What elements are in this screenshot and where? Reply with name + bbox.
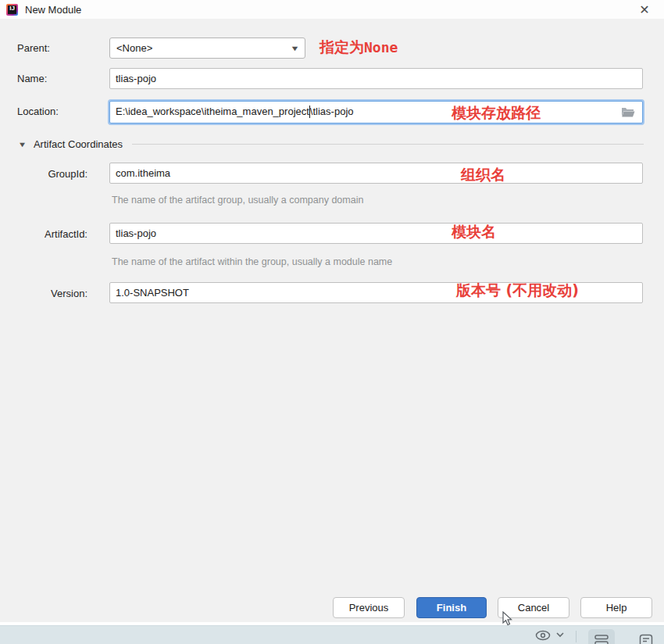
eye-icon[interactable] — [534, 629, 552, 642]
triangle-down-icon: ▼ — [18, 141, 27, 148]
location-input-value: E:\idea_workspace\itheima_maven_project\… — [116, 106, 354, 120]
artifactid-input-value: tlias-pojo — [116, 227, 156, 239]
location-label: Location: — [17, 106, 59, 117]
parent-annotation: 指定为None — [320, 38, 398, 58]
artifactid-input[interactable]: tlias-pojo — [109, 223, 643, 244]
name-input-value: tlias-pojo — [116, 73, 156, 84]
notifications-icon[interactable] — [633, 629, 659, 644]
close-icon[interactable]: ✕ — [636, 2, 653, 17]
version-label: Version: — [0, 288, 87, 299]
help-button[interactable]: Help — [580, 597, 652, 618]
version-annotation: 版本号 (不用改动) — [456, 281, 579, 301]
groupid-annotation: 组织名 — [461, 165, 505, 185]
chevron-down-icon: ▼ — [290, 45, 299, 52]
mouse-cursor — [501, 611, 513, 627]
location-input[interactable]: E:\idea_workspace\itheima_maven_project\… — [109, 101, 643, 123]
finish-button[interactable]: Finish — [416, 597, 487, 618]
groupid-label: GroupId: — [0, 168, 87, 180]
dialog-titlebar: IJ New Module ✕ — [0, 0, 664, 19]
section-divider — [132, 144, 644, 145]
parent-select-value: <None> — [116, 42, 152, 54]
location-annotation: 模块存放路径 — [452, 103, 541, 123]
chevron-down-icon[interactable] — [556, 631, 564, 638]
groupid-hint: The name of the artifact group, usually … — [112, 195, 363, 206]
browse-folder-icon[interactable] — [621, 106, 635, 118]
groupid-input[interactable]: com.itheima — [109, 163, 643, 184]
ide-status-strip — [0, 625, 664, 644]
groupid-input-value: com.itheima — [116, 167, 170, 179]
dialog-title: New Module — [25, 4, 81, 16]
previous-button[interactable]: Previous — [333, 597, 405, 618]
parent-label: Parent: — [17, 42, 50, 54]
artifactid-annotation: 模块名 — [452, 222, 496, 242]
artifact-coordinates-section-toggle[interactable]: ▼ Artifact Coordinates — [19, 138, 644, 150]
status-strip-divider — [576, 631, 577, 642]
artifact-coordinates-title: Artifact Coordinates — [34, 138, 123, 150]
parent-select[interactable]: <None> ▼ — [109, 38, 305, 59]
version-input-value: 1.0-SNAPSHOT — [116, 287, 189, 299]
name-input[interactable]: tlias-pojo — [109, 68, 643, 89]
dock-bottom-icon[interactable] — [588, 629, 615, 644]
name-label: Name: — [17, 73, 47, 84]
new-module-dialog: IJ New Module ✕ Parent: <None> ▼ 指定为None… — [0, 0, 664, 622]
artifactid-label: ArtifactId: — [0, 228, 87, 240]
intellij-idea-icon: IJ — [6, 4, 18, 16]
artifactid-hint: The name of the artifact within the grou… — [112, 256, 392, 267]
